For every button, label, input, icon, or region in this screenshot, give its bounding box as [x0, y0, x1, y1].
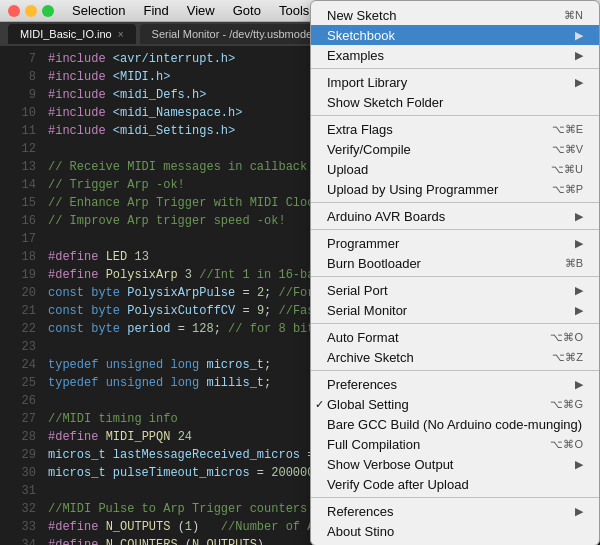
menu-global-setting[interactable]: Global Setting ⌥⌘G: [311, 394, 599, 414]
arduino-dropdown-menu: New Sketch ⌘N Sketchbook ▶ Examples ▶ Im…: [310, 0, 600, 545]
menu-find[interactable]: Find: [135, 1, 176, 20]
divider-3: [311, 202, 599, 203]
menu-auto-format[interactable]: Auto Format ⌥⌘O: [311, 327, 599, 347]
menu-show-sketch-folder[interactable]: Show Sketch Folder: [311, 92, 599, 112]
menu-upload-programmer[interactable]: Upload by Using Programmer ⌥⌘P: [311, 179, 599, 199]
divider-1: [311, 68, 599, 69]
menu-archive-sketch[interactable]: Archive Sketch ⌥⌘Z: [311, 347, 599, 367]
menu-sketchbook[interactable]: Sketchbook ▶: [311, 25, 599, 45]
traffic-lights: [8, 5, 54, 17]
menu-new-sketch[interactable]: New Sketch ⌘N: [311, 5, 599, 25]
menu-serial-port[interactable]: Serial Port ▶: [311, 280, 599, 300]
divider-5: [311, 276, 599, 277]
menu-view[interactable]: View: [179, 1, 223, 20]
tab-close-icon[interactable]: ×: [118, 29, 124, 40]
divider-8: [311, 497, 599, 498]
maximize-button[interactable]: [42, 5, 54, 17]
menu-selection[interactable]: Selection: [64, 1, 133, 20]
menu-burn-bootloader[interactable]: Burn Bootloader ⌘B: [311, 253, 599, 273]
menu-extra-flags[interactable]: Extra Flags ⌥⌘E: [311, 119, 599, 139]
menu-full-compilation[interactable]: Full Compilation ⌥⌘O: [311, 434, 599, 454]
menu-show-verbose-output[interactable]: Show Verbose Output ▶: [311, 454, 599, 474]
tab-label: MIDI_Basic_IO.ino: [20, 28, 112, 40]
menu-verify-compile[interactable]: Verify/Compile ⌥⌘V: [311, 139, 599, 159]
menu-verify-code-after-upload[interactable]: Verify Code after Upload: [311, 474, 599, 494]
menu-bare-gcc-build[interactable]: Bare GCC Build (No Arduino code-munging): [311, 414, 599, 434]
menu-import-library[interactable]: Import Library ▶: [311, 72, 599, 92]
divider-6: [311, 323, 599, 324]
menu-upload[interactable]: Upload ⌥⌘U: [311, 159, 599, 179]
menu-arduino-avr-boards[interactable]: Arduino AVR Boards ▶: [311, 206, 599, 226]
menu-preferences[interactable]: Preferences ▶: [311, 374, 599, 394]
divider-4: [311, 229, 599, 230]
menu-examples[interactable]: Examples ▶: [311, 45, 599, 65]
divider-2: [311, 115, 599, 116]
menu-about-stino[interactable]: About Stino: [311, 521, 599, 541]
minimize-button[interactable]: [25, 5, 37, 17]
menu-serial-monitor[interactable]: Serial Monitor ▶: [311, 300, 599, 320]
divider-7: [311, 370, 599, 371]
close-button[interactable]: [8, 5, 20, 17]
menu-goto[interactable]: Goto: [225, 1, 269, 20]
tab-midi-basic[interactable]: MIDI_Basic_IO.ino ×: [8, 24, 136, 44]
menu-programmer[interactable]: Programmer ▶: [311, 233, 599, 253]
menu-references[interactable]: References ▶: [311, 501, 599, 521]
